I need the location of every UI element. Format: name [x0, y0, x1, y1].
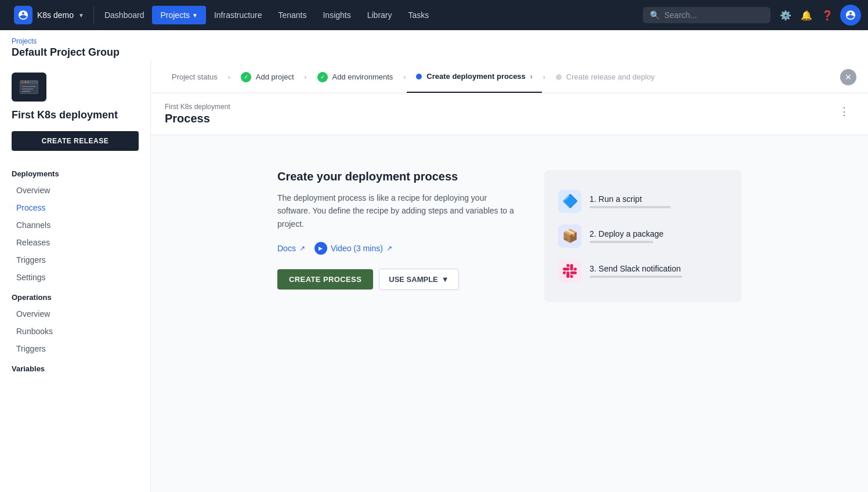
search-input[interactable] [664, 10, 764, 20]
sidebar-item-process[interactable]: Process [0, 199, 150, 216]
use-sample-button[interactable]: USE SAMPLE ▼ [379, 269, 458, 290]
project-icon [12, 73, 46, 102]
sidebar-item-overview-operations[interactable]: Overview [0, 305, 150, 323]
search-box[interactable]: 🔍 [643, 7, 771, 23]
wizard-step-label: Add environments [332, 73, 393, 81]
step-2-bar [589, 241, 653, 243]
nav-dashboard[interactable]: Dashboard [96, 6, 153, 24]
sidebar-item-triggers-deployments[interactable]: Triggers [0, 251, 150, 269]
logo-icon [14, 6, 32, 24]
sample-step-3: 3. Send Slack notification [558, 254, 728, 288]
step-3-label: 3. Send Slack notification [589, 264, 728, 273]
top-navigation: K8s demo ▼ Dashboard Projects ▼ Infrastr… [0, 0, 868, 30]
main-layout: First K8s deployment CREATE RELEASE Depl… [0, 61, 868, 492]
create-process-heading: Create your deployment process [277, 170, 521, 183]
sample-step-2: 📦 2. Deploy a package [558, 219, 728, 254]
wizard-step-project-status[interactable]: Project status [162, 61, 227, 93]
nav-tenants[interactable]: Tenants [270, 6, 314, 24]
wizard-step-add-project[interactable]: ✓ Add project [232, 61, 303, 93]
sidebar-item-settings[interactable]: Settings [0, 269, 150, 286]
sidebar-item-overview-deployments[interactable]: Overview [0, 182, 150, 199]
user-avatar[interactable] [840, 5, 861, 26]
step-1-label: 1. Run a script [589, 194, 728, 204]
sidebar: First K8s deployment CREATE RELEASE Depl… [0, 61, 151, 492]
sidebar-item-triggers-operations[interactable]: Triggers [0, 340, 150, 357]
card-links: Docs ↗ ▶ Video (3 mins) ↗ [277, 242, 521, 255]
slack-step-icon [558, 259, 581, 283]
logo-button[interactable]: K8s demo ▼ [7, 6, 91, 24]
package-step-icon: 📦 [558, 225, 581, 248]
nav-divider [93, 6, 94, 24]
sample-step-1: 🔷 1. Run a script [558, 184, 728, 219]
notifications-icon[interactable]: 🔔 [796, 5, 817, 26]
sidebar-item-channels[interactable]: Channels [0, 216, 150, 234]
projects-chevron-icon: ▼ [192, 12, 198, 19]
wizard-step-chevron-icon: › [530, 73, 533, 81]
process-body: Create your deployment process The deplo… [151, 135, 868, 492]
create-process-card: Create your deployment process The deplo… [277, 170, 521, 290]
page-title: Default Project Group [12, 46, 856, 59]
breadcrumb-area: Projects Default Project Group [0, 30, 868, 61]
wizard-step-label: Add project [256, 73, 294, 81]
create-release-button[interactable]: CREATE RELEASE [12, 131, 139, 151]
settings-icon[interactable]: ⚙️ [775, 5, 796, 26]
nav-projects[interactable]: Projects ▼ [152, 6, 205, 24]
step-active-dot [416, 74, 422, 79]
docs-link-text: Docs [277, 244, 296, 253]
script-step-icon: 🔷 [558, 190, 581, 213]
project-name: K8s demo [37, 10, 74, 20]
wizard-step-create-deployment-process[interactable]: Create deployment process › [407, 61, 542, 93]
video-external-link-icon: ↗ [386, 244, 392, 252]
svg-rect-7 [22, 91, 30, 92]
use-sample-chevron-icon: ▼ [442, 275, 449, 284]
process-header: First K8s deployment Process ⋮ [151, 93, 868, 135]
breadcrumb-parent[interactable]: Projects [12, 37, 37, 45]
wizard-chevron-3: › [403, 73, 406, 81]
step-done-icon-2: ✓ [317, 72, 328, 82]
nav-tasks[interactable]: Tasks [400, 6, 437, 24]
wizard-step-label: Project status [172, 73, 218, 81]
process-title: Process [165, 112, 230, 125]
wizard-chevron-2: › [305, 73, 307, 81]
sidebar-item-releases[interactable]: Releases [0, 234, 150, 251]
wizard-bar: Project status › ✓ Add project › ✓ Add e… [151, 61, 868, 93]
step-done-icon-1: ✓ [241, 72, 251, 82]
wizard-step-label: Create deployment process [426, 72, 526, 81]
docs-link[interactable]: Docs ↗ [277, 244, 305, 253]
wizard-chevron-1: › [228, 73, 230, 81]
wizard-step-create-release-deploy[interactable]: Create release and deploy [547, 61, 664, 93]
svg-rect-6 [22, 88, 33, 89]
wizard-chevron-4: › [543, 73, 545, 81]
help-icon[interactable]: ❓ [817, 5, 838, 26]
svg-point-4 [28, 81, 29, 82]
card-actions: CREATE PROCESS USE SAMPLE ▼ [277, 269, 521, 290]
sample-steps-card: 🔷 1. Run a script 📦 [544, 170, 742, 302]
wizard-close-button[interactable]: ✕ [840, 69, 856, 85]
step-inactive-dot [556, 74, 562, 80]
step-3-bar [589, 276, 682, 278]
create-process-button[interactable]: CREATE PROCESS [277, 269, 373, 290]
logo-chevron-icon: ▼ [78, 12, 84, 19]
nav-infrastructure[interactable]: Infrastructure [206, 6, 270, 24]
wizard-step-label: Create release and deploy [566, 73, 655, 81]
process-subtitle: First K8s deployment [165, 103, 230, 111]
svg-rect-5 [22, 86, 36, 87]
step-2-label: 2. Deploy a package [589, 229, 728, 238]
search-icon: 🔍 [650, 10, 660, 20]
main-content: Project status › ✓ Add project › ✓ Add e… [151, 61, 868, 492]
external-link-icon: ↗ [299, 244, 305, 252]
step-1-bar [589, 206, 671, 208]
deployments-section-title: Deployments [0, 162, 150, 182]
video-link-text: Video (3 mins) [331, 244, 383, 253]
create-process-description: The deployment process is like a recipe … [277, 191, 521, 230]
video-link[interactable]: ▶ Video (3 mins) ↗ [314, 242, 392, 255]
wizard-step-add-environments[interactable]: ✓ Add environments [308, 61, 403, 93]
nav-library[interactable]: Library [359, 6, 400, 24]
breadcrumb: Projects [12, 37, 856, 45]
nav-insights[interactable]: Insights [314, 6, 359, 24]
more-options-button[interactable]: ⋮ [834, 103, 854, 120]
sidebar-item-runbooks[interactable]: Runbooks [0, 323, 150, 340]
sidebar-project-name: First K8s deployment [0, 108, 150, 122]
operations-section-title: Operations [0, 286, 150, 305]
svg-point-3 [25, 81, 26, 82]
